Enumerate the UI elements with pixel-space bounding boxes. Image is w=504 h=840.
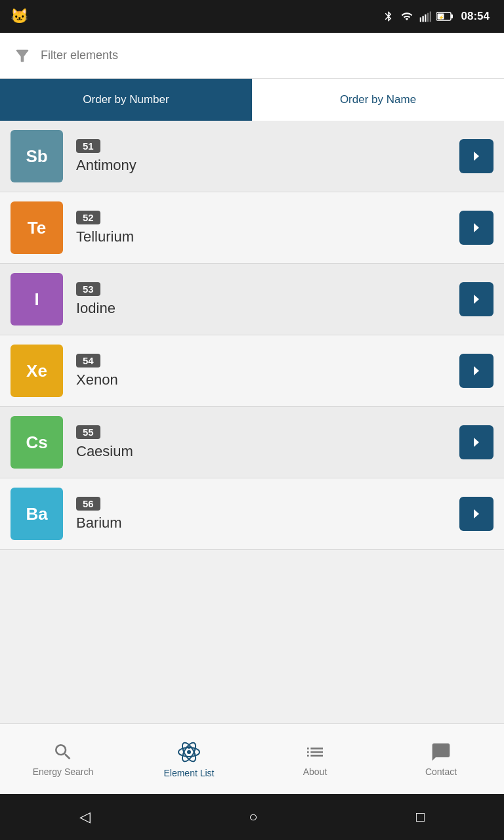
order-by-name-tab[interactable]: Order by Name: [252, 79, 504, 121]
element-info: 54 Xenon: [63, 354, 459, 388]
filter-icon: [13, 47, 32, 65]
svg-rect-3: [427, 13, 429, 22]
element-row[interactable]: I 53 Iodine: [0, 264, 504, 335]
search-nav-icon: [52, 742, 74, 763]
svg-point-13: [188, 746, 190, 749]
time-display: 08:54: [461, 10, 490, 23]
element-detail-arrow[interactable]: [459, 425, 494, 459]
svg-point-12: [187, 750, 191, 754]
element-info: 51 Antimony: [63, 139, 459, 174]
element-number: 52: [76, 211, 100, 224]
element-symbol: Sb: [10, 130, 63, 182]
element-symbol: I: [10, 273, 63, 326]
about-label: About: [303, 766, 327, 777]
order-by-number-tab[interactable]: Order by Number: [0, 79, 252, 121]
contact-label: Contact: [425, 766, 457, 777]
nav-about[interactable]: About: [272, 742, 358, 777]
svg-rect-4: [429, 12, 430, 22]
nav-element-list[interactable]: Element List: [146, 740, 232, 778]
element-list: Sb 51 Antimony Te 52 Tellurium I 53 Iodi…: [0, 121, 504, 723]
recent-button[interactable]: □: [416, 808, 425, 826]
chat-nav-icon: [430, 742, 452, 763]
element-row[interactable]: Te 52 Tellurium: [0, 192, 504, 264]
element-name: Iodine: [76, 300, 459, 317]
element-detail-arrow[interactable]: [459, 139, 494, 173]
battery-icon: ⚡: [436, 10, 453, 22]
element-row[interactable]: Cs 55 Caesium: [0, 407, 504, 478]
element-name: Caesium: [76, 443, 459, 460]
element-number: 53: [76, 282, 100, 296]
element-detail-arrow[interactable]: [459, 497, 494, 531]
svg-rect-6: [451, 14, 453, 18]
svg-rect-0: [419, 18, 421, 22]
element-row[interactable]: Sb 51 Antimony: [0, 121, 504, 192]
atom-nav-icon: [177, 740, 201, 764]
nav-energy-search[interactable]: Energy Search: [20, 742, 106, 777]
element-detail-arrow[interactable]: [459, 282, 494, 316]
bottom-nav: Energy Search Element List About Contact: [0, 723, 504, 794]
element-info: 52 Tellurium: [63, 211, 459, 245]
element-detail-arrow[interactable]: [459, 354, 494, 388]
element-number: 56: [76, 497, 100, 511]
element-info: 55 Caesium: [63, 425, 459, 460]
element-info: 53 Iodine: [63, 282, 459, 317]
search-bar: [0, 33, 504, 79]
svg-text:⚡: ⚡: [438, 14, 444, 20]
energy-search-label: Energy Search: [33, 766, 94, 777]
signal-icon: [419, 9, 431, 24]
element-name: Tellurium: [76, 228, 459, 245]
back-button[interactable]: ◁: [79, 808, 91, 826]
element-number: 54: [76, 354, 100, 368]
status-bar: 🐱 ⚡ 08:54: [0, 0, 504, 33]
element-row[interactable]: Ba 56 Barium: [0, 478, 504, 550]
filter-input[interactable]: [41, 49, 491, 62]
app-icon: 🐱: [10, 8, 28, 25]
wifi-icon: [400, 10, 414, 22]
android-nav-bar: ◁ ○ □: [0, 794, 504, 840]
element-info: 56 Barium: [63, 497, 459, 532]
svg-rect-1: [422, 16, 423, 22]
element-symbol: Cs: [10, 416, 63, 469]
element-name: Antimony: [76, 157, 459, 174]
element-detail-arrow[interactable]: [459, 211, 494, 245]
list-nav-icon: [304, 742, 326, 763]
element-symbol: Xe: [10, 345, 63, 397]
status-icons: ⚡ 08:54: [383, 9, 490, 24]
element-symbol: Ba: [10, 488, 63, 540]
home-button[interactable]: ○: [249, 808, 257, 826]
element-list-label: Element List: [163, 768, 214, 778]
element-number: 55: [76, 425, 100, 439]
nav-contact[interactable]: Contact: [398, 742, 484, 777]
element-name: Barium: [76, 514, 459, 532]
element-number: 51: [76, 139, 100, 153]
svg-rect-2: [425, 14, 426, 22]
element-name: Xenon: [76, 371, 459, 388]
element-symbol: Te: [10, 201, 63, 254]
order-tabs: Order by Number Order by Name: [0, 79, 504, 121]
bluetooth-icon: [383, 9, 394, 24]
element-row[interactable]: Xe 54 Xenon: [0, 335, 504, 407]
